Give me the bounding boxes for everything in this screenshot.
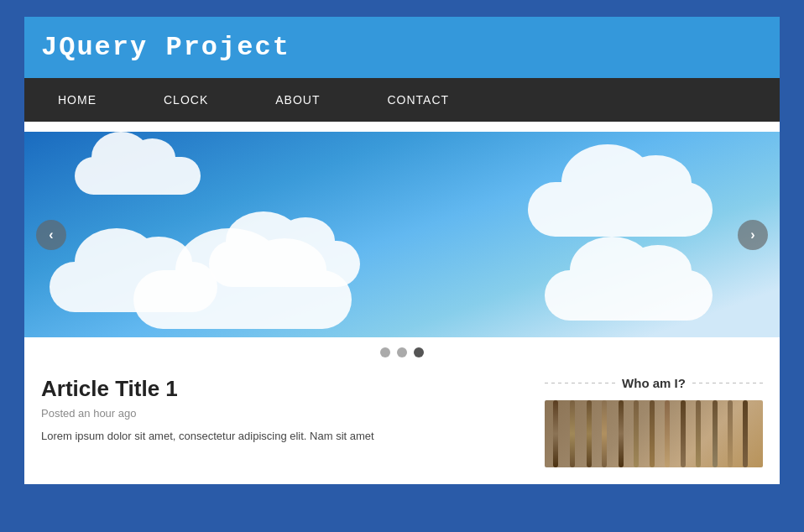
bamboo-3 bbox=[587, 400, 592, 467]
slider-dot-1[interactable] bbox=[397, 347, 407, 357]
sidebar-thumbnail bbox=[545, 400, 763, 467]
slider-dot-0[interactable] bbox=[380, 347, 390, 357]
bamboo-9 bbox=[681, 400, 686, 467]
next-icon: › bbox=[750, 227, 754, 243]
sidebar-widget-header: Who am I? bbox=[545, 376, 763, 390]
bamboo-2 bbox=[570, 400, 575, 467]
article-excerpt: Lorem ipsum dolor sit amet, consectetur … bbox=[41, 428, 525, 446]
site-header: JQuery Project bbox=[24, 17, 780, 78]
nav-item-about[interactable]: ABOUT bbox=[242, 78, 353, 122]
bamboo-8 bbox=[665, 400, 670, 467]
slider-dots bbox=[24, 337, 780, 368]
article-meta: Posted an hour ago bbox=[41, 407, 525, 420]
prev-icon: ‹ bbox=[49, 227, 53, 243]
slider-dot-2[interactable] bbox=[414, 347, 424, 357]
outer-wrapper: JQuery Project HOME CLOCK ABOUT CONTACT … bbox=[24, 0, 780, 501]
nav-item-clock[interactable]: CLOCK bbox=[130, 78, 242, 122]
site-container: JQuery Project HOME CLOCK ABOUT CONTACT … bbox=[24, 17, 780, 484]
divider-left bbox=[545, 383, 615, 383]
cloud-6 bbox=[545, 270, 713, 321]
nav-item-contact[interactable]: CONTACT bbox=[353, 78, 483, 122]
slider-next-button[interactable]: › bbox=[738, 220, 768, 250]
bamboo-1 bbox=[553, 400, 558, 467]
content-area: Article Title 1 Posted an hour ago Lorem… bbox=[24, 368, 780, 484]
site-nav: HOME CLOCK ABOUT CONTACT bbox=[24, 78, 780, 122]
cloud-4 bbox=[75, 157, 201, 195]
main-content: Article Title 1 Posted an hour ago Lorem… bbox=[41, 376, 525, 467]
divider-right bbox=[692, 383, 763, 383]
slider-image bbox=[24, 132, 780, 337]
bamboo-5 bbox=[619, 400, 624, 467]
cloud-5 bbox=[133, 270, 352, 329]
bamboo-11 bbox=[713, 400, 718, 467]
bamboo-7 bbox=[650, 400, 655, 467]
nav-item-home[interactable]: HOME bbox=[24, 78, 130, 122]
slider-prev-button[interactable]: ‹ bbox=[36, 220, 66, 250]
bamboo-10 bbox=[696, 400, 701, 467]
bamboo-6 bbox=[634, 400, 639, 467]
bamboo-12 bbox=[728, 400, 733, 467]
cloud-3 bbox=[528, 182, 713, 237]
bamboo-13 bbox=[743, 400, 748, 467]
slider: ‹ › bbox=[24, 132, 780, 337]
sidebar: Who am I? bbox=[545, 376, 763, 467]
site-title: JQuery Project bbox=[41, 32, 290, 63]
bamboo-4 bbox=[602, 400, 607, 467]
sidebar-widget-title: Who am I? bbox=[622, 376, 686, 390]
article-title: Article Title 1 bbox=[41, 376, 525, 402]
